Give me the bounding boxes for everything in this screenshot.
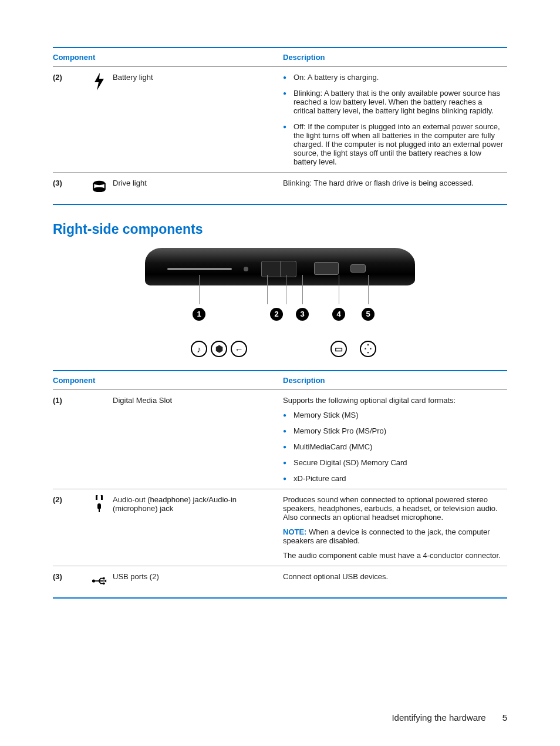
symbol-row: ♪ ⬢ ▭ ⁛	[145, 338, 415, 359]
svg-point-1	[93, 187, 105, 191]
svg-rect-5	[103, 577, 104, 579]
desc-text-2: The audio component cable must have a 4-…	[283, 551, 505, 560]
table-row: (2) Battery light On: A battery is charg…	[53, 67, 507, 173]
battery-light-icon	[88, 67, 113, 173]
network-icon: ⁛	[360, 341, 376, 357]
callout-badge: 4	[332, 308, 345, 321]
microphone-icon: ⬢	[211, 341, 227, 357]
usb-icon	[231, 341, 247, 357]
note-text: When a device is connected to the jack, …	[283, 527, 490, 545]
row-desc: On: A battery is charging. Blinking: A b…	[283, 67, 507, 173]
row-name: Digital Media Slot	[113, 390, 283, 489]
row-desc: Produces sound when connected to optiona…	[283, 489, 507, 566]
note-label: NOTE:	[283, 527, 306, 536]
bullet: xD-Picture card	[283, 474, 505, 483]
row-num: (1)	[53, 390, 88, 489]
table-row: (2) Audio-out (headphone) jack/Audio-in …	[53, 489, 507, 566]
callout-lines: 1 2 3 4 5	[145, 285, 415, 338]
row-num: (2)	[53, 67, 88, 173]
callout-badge: 2	[270, 308, 283, 321]
svg-rect-3	[99, 509, 100, 512]
blank-icon	[88, 390, 113, 489]
row-name: Audio-out (headphone) jack/Audio-in (mic…	[113, 489, 283, 566]
table-row: (1) Digital Media Slot Supports the foll…	[53, 390, 507, 489]
row-name: USB ports (2)	[113, 566, 283, 599]
callout-badge: 3	[296, 308, 309, 321]
row-desc: Supports the following optional digital …	[283, 390, 507, 489]
bullet: Blinking: A battery that is the only ava…	[283, 89, 505, 115]
row-desc: Connect optional USB devices.	[283, 566, 507, 599]
svg-point-6	[103, 582, 105, 584]
desc-intro: Supports the following optional digital …	[283, 396, 505, 405]
row-name: Drive light	[113, 173, 283, 205]
table-row: (3) Drive light Blinking: The hard drive…	[53, 173, 507, 205]
callout-badge: 1	[193, 308, 205, 321]
row-num: (3)	[53, 566, 88, 599]
callout-badge: 5	[362, 308, 375, 321]
right-side-figure: 1 2 3 4 5 ♪ ⬢ ▭ ⁛	[139, 248, 421, 359]
bullet: On: A battery is charging.	[283, 73, 505, 82]
bullet: Secure Digital (SD) Memory Card	[283, 458, 505, 467]
bullet: Memory Stick (MS)	[283, 411, 505, 419]
bullet: Memory Stick Pro (MS/Pro)	[283, 426, 505, 435]
footer-text: Identifying the hardware	[392, 713, 485, 723]
row-num: (3)	[53, 173, 88, 205]
row-desc: Blinking: The hard drive or flash drive …	[283, 173, 507, 205]
header-component: Component	[53, 48, 283, 67]
usb-icon	[88, 566, 113, 599]
right-side-table: Component Description (1) Digital Media …	[53, 370, 507, 599]
svg-point-0	[93, 181, 105, 186]
drive-light-icon	[88, 173, 113, 205]
bullet: Off: If the computer is plugged into an …	[283, 122, 505, 166]
lights-table: Component Description (2) Battery light …	[53, 47, 507, 205]
page-number: 5	[502, 713, 507, 723]
note: NOTE: When a device is connected to the …	[283, 527, 505, 545]
page-footer: Identifying the hardware 5	[392, 713, 507, 723]
audio-jack-icon	[88, 489, 113, 566]
headphone-icon: ♪	[191, 341, 207, 357]
header-component: Component	[53, 371, 283, 390]
bullet: MultiMediaCard (MMC)	[283, 442, 505, 451]
table-row: (3) USB ports (2) Connect optional USB d…	[53, 566, 507, 599]
svg-rect-2	[97, 503, 101, 509]
monitor-icon: ▭	[330, 341, 347, 357]
row-num: (2)	[53, 489, 88, 566]
row-name: Battery light	[113, 67, 283, 173]
section-heading: Right-side components	[53, 221, 507, 237]
laptop-illustration	[145, 248, 415, 285]
desc-text: Produces sound when connected to optiona…	[283, 495, 505, 522]
header-description: Description	[283, 48, 507, 67]
header-description: Description	[283, 371, 507, 390]
